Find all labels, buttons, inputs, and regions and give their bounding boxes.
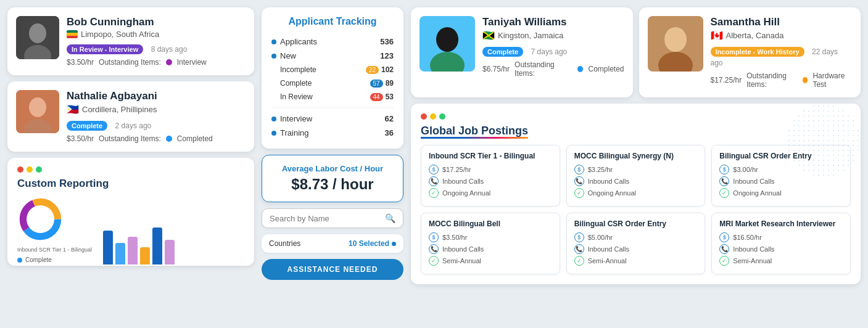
bar-5	[152, 228, 162, 264]
search-box[interactable]: 🔍	[262, 208, 403, 228]
profile-name-nathalie: Nathalie Agbayani	[67, 90, 246, 102]
job-schedule-0: ✓ Ongoing Annual	[429, 188, 552, 198]
profile-card-nathalie: Nathalie Agbayani 🇵🇭 Cordillera, Phillip…	[7, 81, 254, 152]
job-schedule-3: ✓ Semi-Annual	[429, 256, 552, 266]
avg-cost-card: Average Labor Cost / Hour $8.73 / hour	[262, 155, 403, 202]
tracking-row-inreview: In Review 4453	[271, 90, 394, 104]
bar-2	[115, 243, 125, 264]
job-card-5: MRI Market Research Interviewer $ $16.50…	[711, 213, 851, 274]
tracking-row-incomplete: Incomplete 22102	[271, 63, 394, 76]
profile-name-taniyah: Taniyah Williams	[482, 16, 624, 28]
job-type-5: 📞 Inbound Calls	[719, 244, 843, 254]
rate-row-samantha: $17.25/hr Outstanding Items: Hardware Te…	[711, 72, 853, 89]
window-dots-jobs	[421, 113, 851, 120]
job-type-0: 📞 Inbound Calls	[429, 176, 552, 186]
flag-jm: 🇯🇲	[482, 30, 495, 41]
days-ago-taniyah: 7 days ago	[531, 47, 568, 56]
dot-orange-samantha	[803, 77, 808, 83]
flag-ph: 🇵🇭	[67, 104, 79, 115]
avg-cost-value: $8.73 / hour	[272, 176, 393, 193]
bar-chart	[103, 221, 175, 264]
tracking-card: Applicant Tracking Applicants 536 New 12…	[262, 7, 403, 149]
svg-point-4	[29, 97, 46, 117]
phone-icon-3: 📞	[429, 244, 439, 254]
job-rate-5: $ $16.50/hr	[719, 232, 843, 242]
tracking-row-complete: Complete 5789	[271, 76, 394, 90]
days-ago-bob: 8 days ago	[151, 45, 188, 54]
wdot-yellow-j	[430, 113, 436, 120]
donut-chart	[17, 196, 64, 242]
tracking-row-new: New 123	[271, 49, 394, 63]
badge-taniyah: Complete	[482, 47, 523, 57]
right-top-row: Taniyah Williams 🇯🇲 Kingston, Jamaica Co…	[411, 7, 861, 97]
rate-row-nathalie: $3.50/hr Outstanding Items: Completed	[67, 134, 246, 143]
avatar-samantha	[648, 16, 703, 72]
countries-dot	[392, 242, 396, 246]
rate-row-taniyah: $6.75/hr Outstanding Items: Completed	[482, 60, 624, 78]
job-rate-0: $ $17.25/hr	[429, 165, 552, 174]
svg-point-14	[664, 27, 687, 52]
phone-icon-5: 📞	[719, 244, 729, 254]
job-type-1: 📞 Inbound Calls	[574, 176, 698, 186]
dot-blue-taniyah	[577, 66, 583, 72]
search-input[interactable]	[270, 214, 380, 223]
dollar-icon-4: $	[574, 232, 584, 242]
svg-point-1	[29, 23, 46, 43]
tracking-title: Applicant Tracking	[271, 16, 394, 27]
wdot-green-j	[439, 113, 445, 120]
job-rate-3: $ $3.50/hr	[429, 232, 552, 242]
job-title-5: MRI Market Research Interviewer	[719, 219, 843, 228]
bar-6	[165, 240, 175, 264]
search-icon: 🔍	[385, 213, 395, 223]
job-schedule-5: ✓ Semi-Annual	[719, 256, 843, 266]
profile-info-taniyah: Taniyah Williams 🇯🇲 Kingston, Jamaica Co…	[482, 16, 624, 78]
check-icon-3: ✓	[429, 256, 439, 266]
dollar-icon-0: $	[429, 165, 439, 174]
avatar-nathalie	[16, 90, 59, 133]
marker-new	[271, 54, 276, 59]
reporting-content: Inbound SCR Tier 1 - Bilingual Complete …	[17, 196, 244, 266]
bar-1	[103, 231, 113, 264]
wdot-yellow	[27, 166, 33, 173]
jobs-grid: Inbound SCR Tier 1 - Bilingual $ $17.25/…	[421, 145, 851, 274]
bar-4	[140, 247, 150, 264]
job-rate-1: $ $3.25/hr	[574, 165, 698, 174]
wdot-red-j	[421, 113, 427, 120]
check-icon-5: ✓	[719, 256, 729, 266]
profile-card-taniyah: Taniyah Williams 🇯🇲 Kingston, Jamaica Co…	[411, 7, 633, 97]
job-schedule-2: ✓ Ongoing Annual	[719, 188, 843, 198]
job-title-1: MOCC Bilingual Synergy (N)	[574, 152, 698, 160]
job-rate-4: $ $5.00/hr	[574, 232, 698, 242]
badge-samantha: Incomplete - Work History	[711, 47, 804, 57]
job-type-4: 📞 Inbound Calls	[574, 244, 698, 254]
svg-point-9	[27, 205, 54, 233]
bar-3	[128, 237, 138, 264]
badge-bob: In Review - Interview	[67, 44, 143, 54]
job-card-4: Bilingual CSR Order Entry $ $5.00/hr 📞 I…	[566, 213, 706, 274]
profile-info-bob: Bob Cunningham Limpopo, South Africa In …	[67, 16, 246, 67]
dollar-icon-1: $	[574, 165, 584, 174]
phone-icon-2: 📞	[719, 176, 729, 186]
donut-legend: Inbound SCR Tier 1 - Bilingual Complete …	[17, 245, 92, 266]
flag-za	[67, 30, 78, 38]
tracking-row-training: Training 36	[271, 126, 394, 140]
profile-location-taniyah: 🇯🇲 Kingston, Jamaica	[482, 30, 624, 41]
profile-location-samantha: 🇨🇦 Alberta, Canada	[711, 30, 853, 41]
tracking-row-interview: Interview 62	[271, 112, 394, 126]
rate-row-bob: $3.50/hr Outstanding Items: Interview	[67, 58, 246, 67]
profile-name-samantha: Samantha Hill	[711, 16, 853, 28]
assistance-button[interactable]: ASSISTANCE NEEDED	[262, 259, 403, 280]
job-card-1: MOCC Bilingual Synergy (N) $ $3.25/hr 📞 …	[566, 145, 706, 207]
countries-row: Countries 10 Selected	[262, 234, 403, 253]
avatar-bob	[16, 16, 59, 59]
job-postings-card: Global Job Postings Inbound SCR Tier 1 -…	[411, 104, 861, 284]
reporting-card: Custom Reporting Inbound SCR Tier 1 - Bi…	[7, 158, 254, 266]
dot-purple-bob	[166, 59, 172, 65]
phone-icon-0: 📞	[429, 176, 439, 186]
right-panel: Taniyah Williams 🇯🇲 Kingston, Jamaica Co…	[411, 7, 861, 284]
marker-interview	[271, 117, 276, 121]
profile-card-samantha: Samantha Hill 🇨🇦 Alberta, Canada Incompl…	[639, 7, 861, 97]
job-card-0: Inbound SCR Tier 1 - Bilingual $ $17.25/…	[421, 145, 560, 207]
phone-icon-4: 📞	[574, 244, 584, 254]
profile-card-bob: Bob Cunningham Limpopo, South Africa In …	[7, 7, 254, 75]
